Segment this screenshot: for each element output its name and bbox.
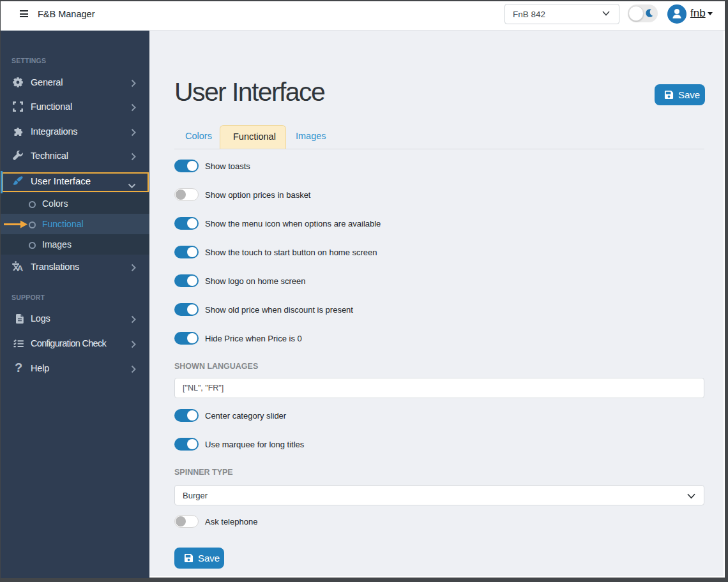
- svg-text:A: A: [17, 264, 24, 272]
